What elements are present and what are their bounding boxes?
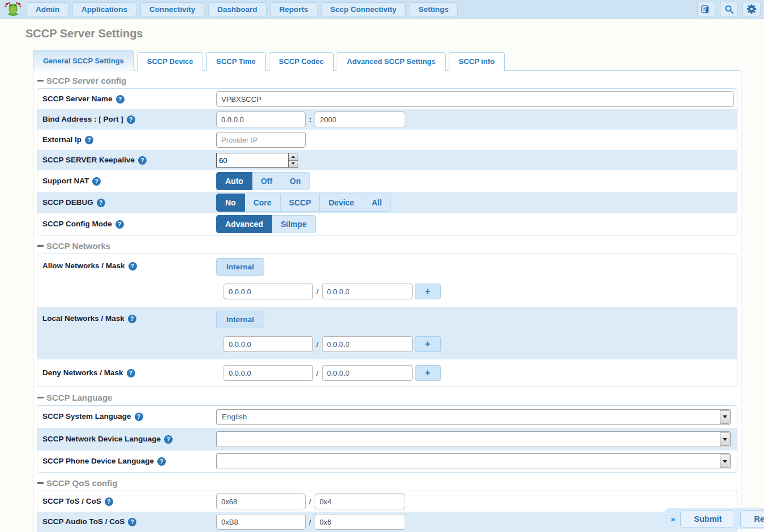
nat-on-button[interactable]: On <box>281 172 310 190</box>
row-allow-networks: Allow Networks / Mask Internal / + <box>37 254 737 307</box>
search-icon[interactable] <box>720 2 738 16</box>
nat-auto-button[interactable]: Auto <box>216 172 252 190</box>
help-icon[interactable] <box>128 315 136 323</box>
navbar-right-icons <box>697 2 761 16</box>
tab-sccp-time[interactable]: SCCP Time <box>206 52 266 71</box>
bind-port-input[interactable] <box>315 111 405 127</box>
gear-icon[interactable] <box>742 2 761 16</box>
spinner-down-icon[interactable] <box>289 161 298 168</box>
nav-dashboard[interactable]: Dashboard <box>208 2 267 16</box>
frog-logo-icon[interactable] <box>3 1 23 17</box>
nav-sccp-connectivity[interactable]: Sccp Connectivity <box>321 2 406 16</box>
tab-general-sccp-settings[interactable]: General SCCP Settings <box>33 50 134 71</box>
mode-advanced-button[interactable]: Advanced <box>216 215 272 233</box>
nav-admin[interactable]: Admin <box>27 2 68 16</box>
debug-device-button[interactable]: Device <box>320 194 363 212</box>
help-icon[interactable] <box>127 115 135 124</box>
allow-mask-input[interactable] <box>322 284 413 299</box>
deny-mask-input[interactable] <box>322 365 413 381</box>
help-icon[interactable] <box>116 95 125 104</box>
tab-advanced-sccp-settings[interactable]: Advanced SCCP Settings <box>337 52 446 71</box>
bind-address-input[interactable] <box>216 111 306 127</box>
section-title: SCCP QoS config <box>46 478 118 488</box>
slash-separator: / <box>316 340 319 349</box>
server-name-input[interactable] <box>216 91 734 107</box>
help-icon[interactable] <box>115 220 124 229</box>
help-icon[interactable] <box>128 518 136 526</box>
debug-all-button[interactable]: All <box>363 194 391 212</box>
select-dropdown-icon[interactable] <box>720 454 729 468</box>
external-ip-input[interactable] <box>216 132 306 148</box>
debug-no-button[interactable]: No <box>216 194 245 212</box>
label-text: SCCP Server Name <box>42 95 113 104</box>
select-dropdown-icon[interactable] <box>720 432 729 446</box>
nav-settings[interactable]: Settings <box>410 2 458 16</box>
add-local-network-button[interactable]: + <box>415 336 441 352</box>
audio-tos-input[interactable] <box>216 514 306 530</box>
debug-sccp-button[interactable]: SCCP <box>281 194 320 212</box>
help-icon[interactable] <box>105 497 113 506</box>
field-label: Bind Address : [ Port ] <box>37 115 216 124</box>
settings-tabs: General SCCP Settings SCCP Device SCCP T… <box>33 50 764 71</box>
sccp-cos-input[interactable] <box>315 494 405 509</box>
keepalive-input[interactable] <box>217 153 288 167</box>
section-header-qos: SCCP QoS config <box>37 474 737 491</box>
allow-network-input[interactable] <box>224 284 313 299</box>
collapse-icon[interactable] <box>37 482 44 484</box>
help-icon[interactable] <box>127 369 135 377</box>
row-sccp-debug: SCCP DEBUG No Core SCCP Device All <box>37 192 737 213</box>
tab-sccp-device[interactable]: SCCP Device <box>137 52 203 71</box>
section-qos: SCCP ToS / CoS / SCCP Audio ToS / CoS / <box>37 491 737 532</box>
select-dropdown-icon[interactable] <box>720 410 729 424</box>
audio-cos-input[interactable] <box>315 514 405 530</box>
allow-internal-button[interactable]: Internal <box>216 258 264 276</box>
nav-reports[interactable]: Reports <box>271 2 317 16</box>
local-network-input[interactable] <box>224 336 313 352</box>
nav-applications[interactable]: Applications <box>72 2 136 16</box>
field-label: Support NAT <box>37 177 216 186</box>
page-title: SCCP Server Settings <box>25 27 764 40</box>
field-label: Local Networks / Mask <box>37 314 216 323</box>
row-deny-networks: Deny Networks / Mask / + <box>37 359 737 387</box>
row-server-name: SCCP Server Name <box>37 89 737 109</box>
nav-connectivity[interactable]: Connectivity <box>140 2 204 16</box>
tab-sccp-info[interactable]: SCCP info <box>449 52 505 71</box>
network-device-language-select[interactable] <box>216 431 731 447</box>
reset-button[interactable]: Reset <box>740 510 764 527</box>
sccp-tos-input[interactable] <box>216 494 306 509</box>
deny-network-input[interactable] <box>224 365 313 381</box>
help-icon[interactable] <box>157 457 166 466</box>
nat-off-button[interactable]: Off <box>252 172 281 190</box>
section-title: SCCP Networks <box>46 241 110 251</box>
local-mask-input[interactable] <box>322 336 413 352</box>
tab-sccp-codec[interactable]: SCCP Codec <box>269 52 334 71</box>
help-icon[interactable] <box>128 262 137 271</box>
collapse-icon[interactable] <box>37 80 44 81</box>
config-mode-group: Advanced Silmpe <box>216 215 316 233</box>
slash-separator: / <box>316 288 319 296</box>
system-language-select[interactable]: English <box>216 409 731 425</box>
slash-separator: / <box>309 518 311 526</box>
submit-button[interactable]: Submit <box>680 510 735 527</box>
add-allow-network-button[interactable]: + <box>415 284 441 299</box>
collapse-actions-icon[interactable]: » <box>671 514 675 524</box>
field-label: SCCP Audio ToS / CoS <box>37 517 216 526</box>
field-label: SCCP DEBUG <box>37 198 216 207</box>
row-external-ip: External Ip <box>37 130 737 150</box>
row-system-language: SCCP System Language English <box>37 406 737 428</box>
language-icon[interactable] <box>697 2 715 16</box>
help-icon[interactable] <box>135 413 143 421</box>
collapse-icon[interactable] <box>37 397 44 398</box>
spinner-up-icon[interactable] <box>289 153 298 161</box>
help-icon[interactable] <box>164 435 173 444</box>
debug-core-button[interactable]: Core <box>245 194 281 212</box>
add-deny-network-button[interactable]: + <box>415 365 441 381</box>
help-icon[interactable] <box>138 156 147 165</box>
help-icon[interactable] <box>92 177 101 186</box>
help-icon[interactable] <box>85 136 93 144</box>
mode-simple-button[interactable]: Silmpe <box>272 215 316 233</box>
local-internal-button[interactable]: Internal <box>216 311 264 328</box>
collapse-icon[interactable] <box>37 245 44 247</box>
phone-device-language-select[interactable] <box>216 453 731 469</box>
help-icon[interactable] <box>97 199 105 207</box>
